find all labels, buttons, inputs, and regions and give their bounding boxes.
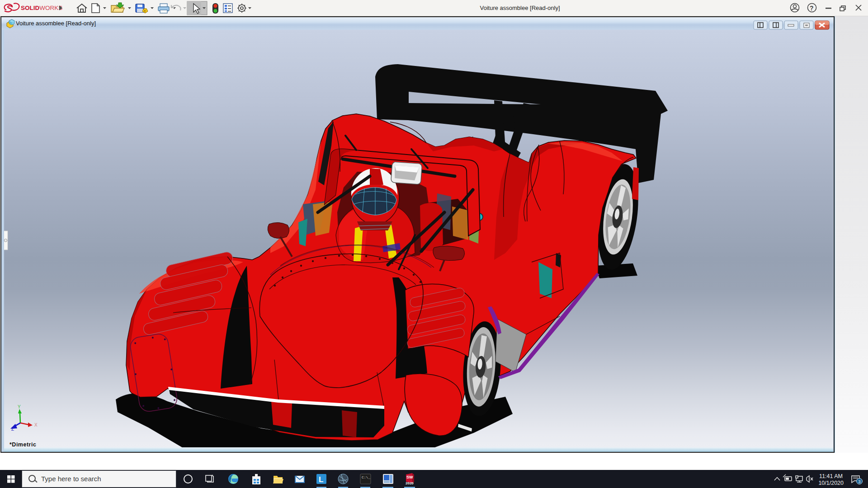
svg-text:10/1/2020: 10/1/2020: [818, 480, 844, 486]
svg-text:L: L: [319, 475, 323, 484]
svg-text:!: !: [144, 9, 146, 13]
svg-text:3: 3: [858, 479, 860, 484]
svg-text:SOLIDWORKS: SOLIDWORKS: [21, 5, 62, 11]
svg-text:C:\_: C:\_: [362, 475, 370, 479]
svg-text:X: X: [34, 422, 38, 427]
svg-text:*Dimetric: *Dimetric: [9, 441, 36, 447]
svg-text:?: ?: [810, 5, 814, 12]
svg-text:SW: SW: [406, 475, 413, 479]
svg-text:11:41 AM: 11:41 AM: [819, 473, 843, 479]
svg-text:Z: Z: [11, 427, 14, 432]
svg-text:Y: Y: [18, 404, 21, 409]
svg-text:2020: 2020: [406, 481, 414, 485]
